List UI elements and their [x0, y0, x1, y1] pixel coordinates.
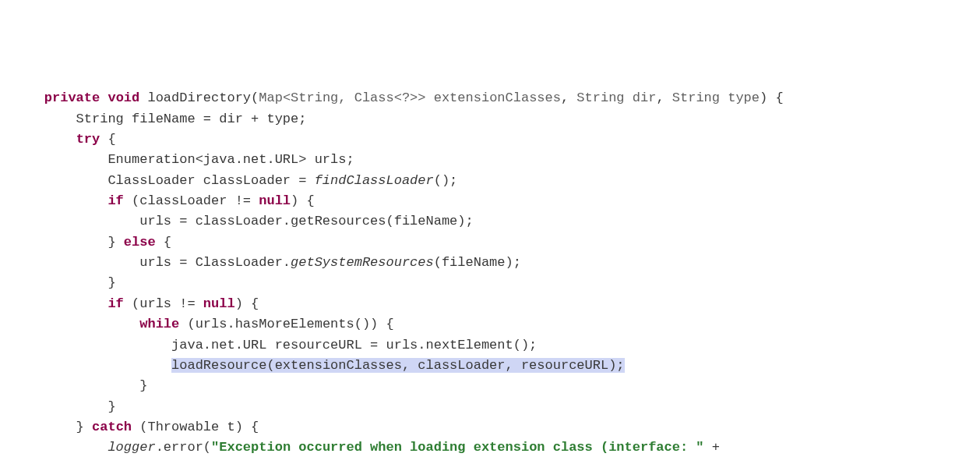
line-16: }: [12, 399, 116, 414]
line-18-dot: .error(: [156, 440, 211, 455]
line-3-tail: {: [100, 132, 115, 147]
line-13: java.net.URL resourceURL = urls.nextElem…: [12, 338, 537, 352]
line-4: Enumeration<java.net.URL> urls;: [12, 152, 354, 167]
line-1-tail: ) {: [760, 90, 784, 105]
keyword-if-2: if: [108, 296, 123, 311]
line-18-indent: [12, 440, 108, 455]
keyword-private: private: [44, 90, 100, 105]
line-11-tail: ) {: [235, 296, 259, 311]
line-5: ClassLoader classLoader = findClassLoade…: [12, 173, 457, 188]
line-6-indent: [12, 193, 108, 208]
keyword-catch: catch: [92, 420, 132, 434]
keyword-try: try: [76, 132, 100, 147]
line-15: }: [12, 378, 147, 393]
line-6-tail: ) {: [291, 193, 315, 208]
line-12-indent: [12, 317, 139, 331]
line-17-indent: }: [12, 420, 92, 434]
line-11-indent: [12, 296, 108, 311]
line-14: loadResource(extensionClasses, classLoad…: [12, 358, 625, 373]
line-11-cond: (urls !=: [124, 296, 203, 311]
keyword-null-2: null: [203, 296, 235, 311]
keyword-null: null: [259, 193, 291, 208]
line-17-tail: (Throwable t) {: [132, 420, 259, 434]
line-6: if (classLoader != null) {: [12, 193, 315, 208]
line-11: if (urls != null) {: [12, 296, 259, 311]
param-1: Map<String, Class<?>> extensionClasses: [259, 90, 561, 105]
line-9b: (fileName);: [434, 255, 521, 270]
line-9: urls = ClassLoader.getSystemResources(fi…: [12, 255, 521, 270]
keyword-void: void: [108, 90, 139, 105]
keyword-while: while: [139, 317, 179, 331]
line-10: }: [12, 275, 116, 290]
line-5b: ();: [434, 173, 458, 188]
line-12: while (urls.hasMoreElements()) {: [12, 317, 394, 331]
string-1: "Exception occurred when loading extensi…: [211, 440, 704, 455]
line-8: } else {: [12, 235, 171, 250]
line-8-tail: {: [156, 235, 171, 250]
call-findClassLoader: findClassLoader: [315, 173, 434, 188]
line-7: urls = classLoader.getResources(fileName…: [12, 214, 474, 228]
code-editor[interactable]: private void loadDirectory(Map<String, C…: [12, 88, 968, 457]
param-2: String dir: [576, 90, 656, 105]
line-8-indent: }: [12, 235, 124, 250]
highlighted-call: loadResource(extensionClasses, classLoad…: [171, 358, 625, 373]
line-18-plus: +: [704, 440, 720, 455]
line-17: } catch (Throwable t) {: [12, 420, 259, 434]
line-2: String fileName = dir + type;: [12, 112, 306, 126]
line-6-cond: (classLoader !=: [124, 193, 259, 208]
line-5a: ClassLoader classLoader =: [12, 173, 315, 188]
method-name: loadDirectory: [147, 90, 251, 105]
line-12-tail: (urls.hasMoreElements()) {: [179, 317, 393, 331]
logger-ref: logger: [108, 440, 155, 455]
line-9a: urls = ClassLoader.: [12, 255, 291, 270]
line-14-indent: [12, 358, 171, 373]
param-3: String type: [672, 90, 760, 105]
call-getSystemResources: getSystemResources: [291, 255, 434, 270]
line-3: try {: [12, 132, 116, 147]
line-18: logger.error("Exception occurred when lo…: [12, 440, 720, 455]
keyword-else: else: [124, 235, 156, 250]
keyword-if: if: [108, 193, 123, 208]
line-1: private void loadDirectory(Map<String, C…: [12, 90, 784, 105]
